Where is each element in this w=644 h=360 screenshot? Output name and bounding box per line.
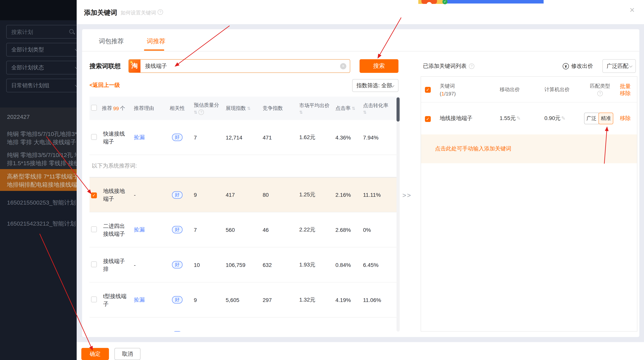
plan-group-dropdown[interactable]: 日常销售计划组 [6,79,77,92]
col-compete: 竞争指数 [263,105,299,112]
sort-icon[interactable]: ⇅ [247,106,250,111]
table-row[interactable]: 接线端子排 - 好 10 106,759 632 1.93元 0.84% 6.4… [90,247,400,282]
select-all-checkbox[interactable] [91,105,97,111]
sidebar-item-plan-2[interactable]: 纯铜 零地排3/5/7/10/12孔 地线 排1.5*15接地排 零线排 接线端 [0,151,77,167]
sidebar-item-plan-smart2[interactable]: 1650215423212_智能计划 [0,219,77,228]
help-icon[interactable]: ? [158,9,163,15]
match-broad-button[interactable]: 广泛 [584,113,599,124]
clear-input-icon[interactable]: × [340,63,346,69]
table-row[interactable]: 叉型接线 好 9 3,254 132 1.24元 4.44% 9% [90,317,400,331]
price-value: 1.32元 [299,296,336,303]
plan-type-dropdown[interactable]: 全部计划类型 [6,43,77,57]
sort-icon[interactable]: ⇅ [363,110,400,115]
col-reason: 推荐理由 [134,105,170,112]
grade-badge: 好 [172,331,182,331]
cancel-button[interactable]: 取消 [114,348,140,360]
reason-link[interactable]: 捡漏 [134,296,170,303]
table-row[interactable]: 二进四出接线端子 捡漏 好 7 560 46 2.22元 2.68% 0% [90,212,400,247]
match-exact-button[interactable]: 精准 [598,113,613,124]
impression-value: 12,714 [226,134,263,140]
row-checkbox[interactable] [91,134,97,140]
edit-icon[interactable]: ✎ [561,115,566,121]
remove-link[interactable]: 移除 [620,115,631,121]
added-keyword-row[interactable]: 地线接地端子 1.55元✎ 0.90元✎ 广泛 精准 移除 [421,102,637,134]
check-badge-icon: ✓ [442,0,448,4]
grade-badge: 好 [172,226,182,233]
manual-add-hint[interactable]: 点击此处可手动输入添加关键词 [421,134,637,163]
help-icon[interactable]: ? [198,109,204,115]
keyword-text: 快速接线端子 [103,129,128,145]
sort-icon[interactable]: ⇅ [352,106,355,111]
cvr-value: 11.11% [363,192,400,198]
reason-link[interactable]: 捡漏 [134,226,170,233]
plan-status-dropdown[interactable]: 全部计划状态 [6,61,77,74]
cvr-value: 11.06% [363,297,400,303]
yuan-icon: ¥ [563,63,569,69]
search-button[interactable]: 搜索 [360,59,398,73]
keyword-search-group[interactable]: 淘 × [128,59,350,73]
row-checkbox-checked[interactable] [425,116,431,122]
impression-value: 5,605 [226,297,263,303]
row-checkbox[interactable] [91,296,97,302]
keyword-search-input[interactable] [140,63,340,69]
table-row[interactable]: t型接线端子 捡漏 好 9 5,605 297 1.32元 4.19% 11.0… [90,282,400,317]
keyword-text: 地线接地端子 [103,187,128,203]
table-row-selected[interactable]: 地线接地端子 - 好 9 417 80 1.25元 2.16% 11.11% [90,177,400,212]
mobile-bid-value: 1.55元✎ [495,115,540,122]
edit-icon[interactable]: ✎ [516,115,521,121]
compete-value: 80 [263,192,299,198]
close-icon[interactable]: × [630,5,635,15]
help-icon[interactable]: ? [469,64,474,69]
ctr-value: 2.16% [336,192,363,198]
plan-type-label: 全部计划类型 [6,46,44,53]
col-mobile-bid: 移动出价 [495,86,540,93]
price-value: 1.25元 [299,191,336,198]
browser-notification-strip: ✓ [418,0,544,4]
keyword-text: 地线接地端子 [436,115,495,122]
keyword-text: 叉型接线 [103,331,128,331]
keyword-text: 二进四出接线端子 [103,222,128,238]
back-to-parent-link[interactable]: <返回上一级 [90,82,120,89]
confirm-button[interactable]: 确定 [81,348,109,360]
row-checkbox-checked[interactable] [91,192,97,198]
sidebar-item-plan-1[interactable]: 纯铜 零地排5/7/10孔地排3*30 地排 零排 大电流 接线端子 [0,130,77,146]
col-recommend-count: 推荐99个 [102,105,134,112]
transfer-right-icon[interactable]: >> [402,192,412,200]
plan-search-box[interactable] [6,25,77,39]
sort-icon[interactable]: ⇅ [299,110,336,115]
system-recommend-note: 以下为系统推荐词: [90,155,400,177]
tab-word-recommend[interactable]: 词推荐 [147,37,166,46]
tabs-divider [82,51,639,51]
select-all-checkbox-checked[interactable] [425,87,431,93]
price-value: 2.22元 [299,226,336,233]
chevron-down-icon [75,47,77,51]
sidebar-item-plan-selected[interactable]: 高桥型零线排 7*11零线端子排 地排铜排配电箱接地接线端子 [0,169,77,191]
help-icon[interactable]: ? [597,91,603,96]
sidebar-item-plan-smart1[interactable]: 1650215500253_智能计划 [0,198,77,207]
ctr-value: 0.84% [336,262,363,268]
sort-icon[interactable]: ⇅ [194,110,197,115]
reason-link[interactable]: 捡漏 [134,134,170,141]
table-scrollbar-thumb[interactable] [396,97,400,122]
grade-badge: 好 [172,191,182,199]
sidebar-item-plan-2022427[interactable]: 2022427 [0,113,77,121]
plan-search-input[interactable] [6,29,65,35]
taobao-icon: 淘 [129,60,140,72]
modify-bid-action[interactable]: ¥ 修改出价 [563,63,593,70]
match-type-cell: 广泛 精准 [582,113,618,124]
row-checkbox[interactable] [91,261,97,267]
recommend-keywords-table: 推荐99个 推荐理由 相关性 预估质量分 ⇅? 展现指数⇅ 竞争指数 市场平均出… [90,97,400,331]
row-checkbox[interactable] [91,226,97,232]
index-filter-dropdown[interactable]: 指数筛选: 全部 [352,79,398,92]
plan-label-line1: 高桥型零线排 7*11零线端子排 [7,173,77,179]
table-scrollbar-track[interactable] [396,97,400,331]
grade-badge: 好 [172,261,182,268]
quality-value: 10 [194,262,226,268]
batch-remove-action[interactable]: 批量 移除 [618,82,637,96]
tab-wordpack-recommend[interactable]: 词包推荐 [99,37,124,46]
ctr-value: 4.36% [336,134,363,140]
added-table-header: 关键词 (1/197) 移动出价 计算机出价 匹配类型 ? 批量 移除 [421,77,637,102]
table-row[interactable]: 快速接线端子 捡漏 好 7 12,714 471 1.62元 4.36% 7.9… [90,120,400,155]
active-tab-underline [144,50,164,51]
match-type-dropdown[interactable]: 广泛匹配 [602,59,636,73]
